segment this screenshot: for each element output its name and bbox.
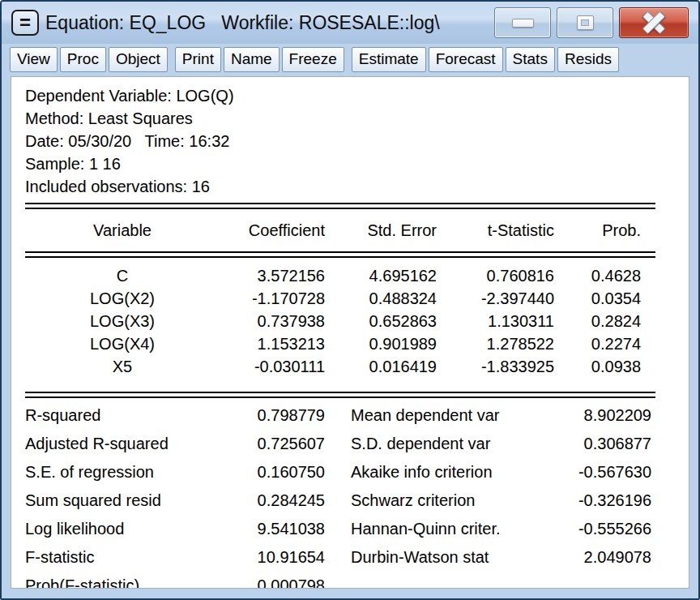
separator xyxy=(25,203,655,209)
close-button[interactable] xyxy=(619,7,689,38)
separator xyxy=(25,392,655,398)
summary-statistics: R-squared 0.798779 Mean dependent var 8.… xyxy=(25,404,689,589)
table-row: LOG(X2) -1.170728 0.488324 -2.397440 0.0… xyxy=(25,287,641,310)
col-header-std-error: Std. Error xyxy=(325,219,437,242)
freeze-button[interactable]: Freeze xyxy=(282,47,344,72)
summary-row: Sum squared resid 0.284245 Schwarz crite… xyxy=(25,489,655,512)
title-bar[interactable]: = Equation: EQ_LOG Workfile: ROSESALE::l… xyxy=(2,2,698,44)
table-row: LOG(X3) 0.737938 0.652863 1.130311 0.282… xyxy=(25,310,641,332)
restore-icon xyxy=(577,15,594,30)
coefficient-table-body: C 3.572156 4.695162 0.760816 0.4628 LOG(… xyxy=(25,264,689,378)
print-button[interactable]: Print xyxy=(175,47,221,72)
estimate-button[interactable]: Estimate xyxy=(352,47,426,72)
estimation-output: Dependent Variable: LOG(Q) Method: Least… xyxy=(11,76,689,589)
date-time-line: Date: 05/30/20 Time: 16:32 xyxy=(25,130,689,152)
window-title: Equation: EQ_LOG Workfile: ROSESALE::log… xyxy=(45,12,440,34)
resids-button[interactable]: Resids xyxy=(557,47,619,72)
table-row: C 3.572156 4.695162 0.760816 0.4628 xyxy=(25,264,641,287)
restore-button[interactable] xyxy=(557,7,613,38)
dependent-variable-line: Dependent Variable: LOG(Q) xyxy=(25,84,689,107)
minimize-button[interactable] xyxy=(494,7,551,38)
col-header-t-statistic: t-Statistic xyxy=(437,219,554,242)
name-button[interactable]: Name xyxy=(224,47,280,72)
summary-row: R-squared 0.798779 Mean dependent var 8.… xyxy=(25,404,655,426)
object-button[interactable]: Object xyxy=(109,47,168,72)
summary-row: Log likelihood 9.541038 Hannan-Quinn cri… xyxy=(25,517,655,540)
close-icon xyxy=(642,13,666,32)
equation-object-icon[interactable]: = xyxy=(11,10,39,36)
summary-row: Adjusted R-squared 0.725607 S.D. depende… xyxy=(25,432,655,455)
toolbar-group-object: View Proc Object xyxy=(10,47,168,72)
toolbar-group-equation: Estimate Forecast Stats Resids xyxy=(352,47,619,72)
col-header-variable: Variable xyxy=(25,219,220,242)
eviews-equation-window: = Equation: EQ_LOG Workfile: ROSESALE::l… xyxy=(0,0,700,600)
summary-row: Prob(F-statistic) 0.000798 xyxy=(25,574,655,589)
summary-row: F-statistic 10.91654 Durbin-Watson stat … xyxy=(25,546,655,568)
button-toolbar: View Proc Object Print Name Freeze Estim… xyxy=(2,44,698,75)
separator xyxy=(25,251,655,258)
table-row: LOG(X4) 1.153213 0.901989 1.278522 0.227… xyxy=(25,332,641,355)
coefficient-table-header: Variable Coefficient Std. Error t-Statis… xyxy=(25,219,641,242)
minimize-icon xyxy=(512,19,534,28)
col-header-coefficient: Coefficient xyxy=(220,219,325,242)
included-observations-line: Included observations: 16 xyxy=(25,175,689,198)
view-button[interactable]: View xyxy=(10,47,58,72)
stats-button[interactable]: Stats xyxy=(506,47,555,72)
toolbar-group-output: Print Name Freeze xyxy=(175,47,344,72)
summary-row: S.E. of regression 0.160750 Akaike info … xyxy=(25,461,655,483)
col-header-prob: Prob. xyxy=(554,219,641,242)
proc-button[interactable]: Proc xyxy=(60,47,106,72)
method-line: Method: Least Squares xyxy=(25,107,689,130)
sample-line: Sample: 1 16 xyxy=(25,152,689,175)
window-controls xyxy=(494,7,689,38)
table-row: X5 -0.030111 0.016419 -1.833925 0.0938 xyxy=(25,355,641,378)
spec-header: Dependent Variable: LOG(Q) Method: Least… xyxy=(25,84,689,198)
forecast-button[interactable]: Forecast xyxy=(429,47,503,72)
